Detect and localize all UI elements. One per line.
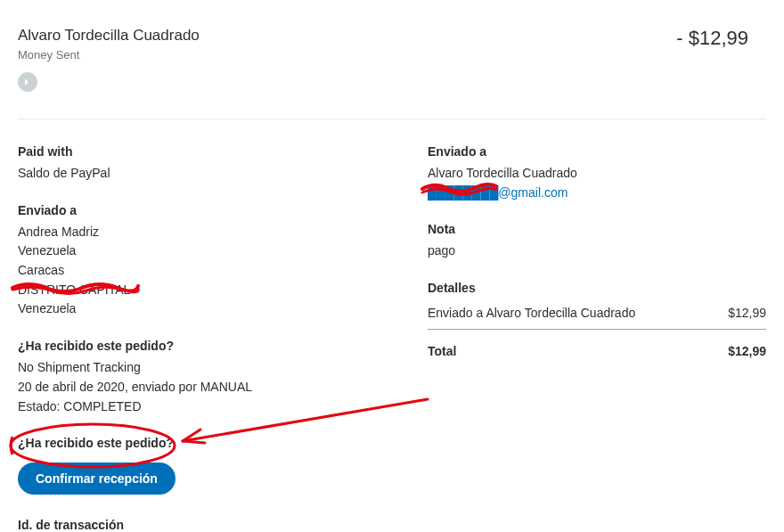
confirm-reception-button[interactable]: Confirmar recepción xyxy=(18,462,176,495)
confirm-section: ¿Ha recibido este pedido? Confirmar rece… xyxy=(18,436,356,495)
sent-to-section: Enviado a Alvaro Tordecilla Cuadrado ███… xyxy=(428,144,766,202)
ship-date-text: 20 de abril de 2020, enviado por MANUAL xyxy=(18,378,356,397)
ship-state-text: Estado: COMPLETED xyxy=(18,397,356,417)
sent-to-name: Alvaro Tordecilla Cuadrado xyxy=(428,164,766,184)
transaction-body: Paid with Saldo de PayPal Enviado a Andr… xyxy=(18,119,766,532)
recipient-name: Alvaro Tordecilla Cuadrado xyxy=(18,27,200,45)
shipping-country: Venezuela xyxy=(18,241,356,261)
note-section: Nota pago xyxy=(428,222,766,261)
received-question-1: ¿Ha recibido este pedido? xyxy=(18,339,356,353)
tracking-section: ¿Ha recibido este pedido? No Shipment Tr… xyxy=(18,339,356,416)
paid-with-value: Saldo de PayPal xyxy=(18,164,356,184)
sent-to-title: Enviado a xyxy=(428,144,766,159)
shipping-district: DISTRITO CAPITAL xyxy=(18,281,130,300)
details-section: Detalles Enviado a Alvaro Tordecilla Cua… xyxy=(428,281,766,358)
received-question-2: ¿Ha recibido este pedido? xyxy=(18,436,356,450)
no-tracking-text: No Shipment Tracking xyxy=(18,358,356,378)
details-title: Detalles xyxy=(428,281,766,295)
total-label: Total xyxy=(428,344,456,358)
transaction-amount: - $12,99 xyxy=(676,27,766,50)
shipping-city: Caracas xyxy=(18,261,356,281)
total-amount: $12,99 xyxy=(728,344,766,358)
note-title: Nota xyxy=(428,222,766,236)
left-column: Paid with Saldo de PayPal Enviado a Andr… xyxy=(18,144,356,532)
details-row: Enviado a Alvaro Tordecilla Cuadrado $12… xyxy=(428,300,766,330)
details-amount: $12,99 xyxy=(728,306,766,320)
sent-to-email: ████████@gmail.com xyxy=(428,184,766,203)
transaction-status: Money Sent xyxy=(18,48,200,61)
right-column: Enviado a Alvaro Tordecilla Cuadrado ███… xyxy=(428,144,766,532)
shipping-name: Andrea Madriz xyxy=(18,223,356,242)
paid-with-title: Paid with xyxy=(18,144,356,159)
expand-chevron-icon[interactable] xyxy=(18,72,37,92)
header-left: Alvaro Tordecilla Cuadrado Money Sent xyxy=(18,27,200,92)
transaction-header: Alvaro Tordecilla Cuadrado Money Sent - … xyxy=(18,27,766,119)
total-row: Total $12,99 xyxy=(428,330,766,358)
paid-with-section: Paid with Saldo de PayPal xyxy=(18,144,356,184)
shipping-country-2: Venezuela xyxy=(18,299,356,319)
details-description: Enviado a Alvaro Tordecilla Cuadrado xyxy=(428,306,635,320)
shipping-address-section: Enviado a Andrea Madriz Venezuela Caraca… xyxy=(18,203,356,319)
note-value: pago xyxy=(428,241,766,261)
shipping-district-text: DISTRITO CAPITAL xyxy=(18,282,130,297)
shipping-title: Enviado a xyxy=(18,203,356,217)
email-link[interactable]: ████████@gmail.com xyxy=(428,185,568,200)
email-visible-part: @gmail.com xyxy=(498,185,568,200)
transaction-id-title: Id. de transacción xyxy=(18,518,356,532)
email-redacted-part: ████████ xyxy=(428,185,498,200)
transaction-id-section: Id. de transacción 9M17202TL52680804 xyxy=(18,518,356,532)
